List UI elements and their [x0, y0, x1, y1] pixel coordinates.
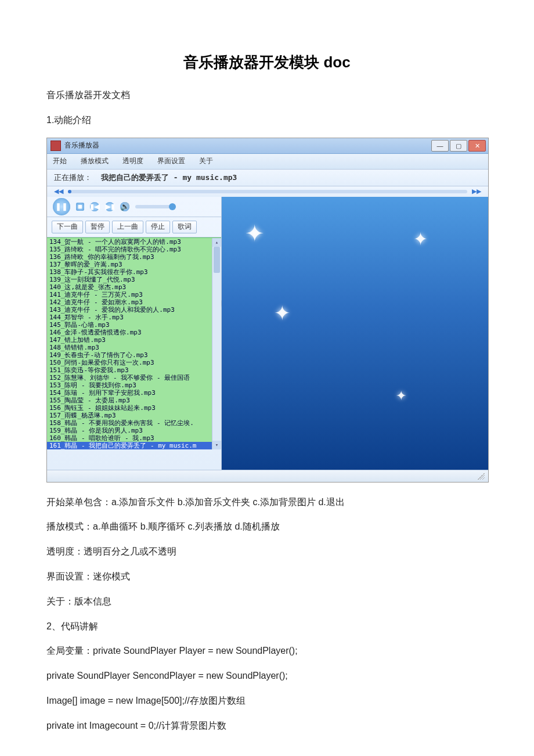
- prev-track-icon[interactable]: ▮◀: [90, 202, 99, 211]
- now-playing-row: 正在播放： 我把自己的爱弄丢了 - my music.mp3: [47, 170, 488, 186]
- next-song-button[interactable]: 下一曲: [52, 221, 83, 233]
- playlist-item[interactable]: 146_金泽-恨透爱情恨透你.mp3: [47, 329, 221, 336]
- sparkle-icon: ✦: [245, 220, 265, 247]
- playlist-item[interactable]: 141_迪克牛仔 - 三万英尺.mp3: [47, 291, 221, 298]
- playlist-item[interactable]: 156_陶钰玉 - 姐姐妹妹站起来.mp3: [47, 404, 221, 412]
- code-line: private SoundPlayer SencondPlayer = new …: [46, 668, 488, 685]
- pause-button[interactable]: 暂停: [85, 221, 110, 233]
- window-title: 音乐播放器: [64, 141, 99, 150]
- playlist-item[interactable]: 144_郑智华 - 水手.mp3: [47, 314, 221, 321]
- paragraph: 关于：版本信息: [46, 593, 488, 610]
- playlist-item[interactable]: 148_错错错.mp3: [47, 344, 221, 351]
- paragraph: 界面设置：迷你模式: [46, 568, 488, 585]
- playlist-item[interactable]: 159_韩晶 - 你是我的男人.mp3: [47, 427, 221, 434]
- now-playing-track: 我把自己的爱弄丢了 - my music.mp3: [101, 172, 237, 183]
- playlist-item[interactable]: 139_这一刻我懂了_代悦.mp3: [47, 276, 221, 283]
- code-line: 全局变量：private SoundPlayer Player = new So…: [46, 643, 488, 660]
- pause-icon[interactable]: ❚❚: [53, 198, 70, 215]
- scroll-down-icon[interactable]: ▾: [212, 441, 221, 449]
- playlist-item[interactable]: 157_雨蝶_杨丞琳.mp3: [47, 412, 221, 419]
- playlist-item[interactable]: 154_陈瑞 - 别用下辈子安慰我.mp3: [47, 389, 221, 397]
- section-2-heading: 2、代码讲解: [46, 618, 488, 635]
- maximize-button[interactable]: ▢: [450, 140, 467, 152]
- playlist-item[interactable]: 158_韩晶 - 不要用我的爱来伤害我 - 记忆尘埃.: [47, 419, 221, 427]
- playlist-item[interactable]: 155_陶晶莹 - 太委屈.mp3: [47, 397, 221, 404]
- close-button[interactable]: ✕: [468, 140, 486, 152]
- playlist-item[interactable]: 151_陈奕迅-等你爱我.mp3: [47, 366, 221, 374]
- background-image-panel: ✦ ✦ ✦ ✦: [222, 197, 488, 470]
- app-screenshot: www.bdocx.com 音乐播放器 — ▢ ✕ 开始 播放模式 透明度 界面…: [46, 138, 489, 483]
- app-icon: [50, 141, 61, 151]
- sparkle-icon: ✦: [274, 301, 290, 325]
- code-line: Image[] image = new Image[500];//存放图片数组: [46, 693, 488, 710]
- button-row: 下一曲 暂停 上一曲 停止 歌词: [47, 217, 221, 237]
- page-title: 音乐播放器开发模块 doc: [46, 52, 488, 73]
- sparkle-icon: ✦: [413, 229, 428, 249]
- volume-icon[interactable]: 🔊: [120, 202, 129, 211]
- menu-playmode[interactable]: 播放模式: [81, 156, 109, 166]
- window-titlebar: 音乐播放器 — ▢ ✕: [47, 138, 488, 154]
- resize-grip[interactable]: [478, 473, 485, 480]
- playlist-item[interactable]: 145_郭晶-心墙.mp3: [47, 321, 221, 329]
- menu-about[interactable]: 关于: [199, 156, 213, 166]
- stop-button[interactable]: 停止: [146, 221, 170, 233]
- lyrics-button[interactable]: 歌词: [172, 221, 197, 233]
- playlist-item[interactable]: 152_陈慧琳、刘德华 - 我不够爱你 - 最佳国语: [47, 374, 221, 381]
- menu-ui[interactable]: 界面设置: [157, 156, 185, 166]
- progress-row: ◀◀ ▶▶: [47, 186, 488, 197]
- playlist-item[interactable]: 142_迪克牛仔 - 爱如潮水.mp3: [47, 298, 221, 306]
- volume-slider[interactable]: [135, 205, 176, 208]
- playlist-item[interactable]: 160_韩晶 - 唱歌给谁听 - 我.mp3: [47, 434, 221, 442]
- paragraph: 透明度：透明百分之几或不透明: [46, 543, 488, 560]
- section-1-heading: 1.动能介绍: [46, 112, 488, 129]
- prev-song-button[interactable]: 上一曲: [112, 221, 143, 233]
- rewind-icon[interactable]: ◀◀: [54, 188, 63, 195]
- sparkle-icon: ✦: [396, 388, 406, 404]
- paragraph: 开始菜单包含：a.添加音乐文件 b.添加音乐文件夹 c.添加背景图片 d.退出: [46, 494, 488, 511]
- playlist-item[interactable]: 136_路绮欧_你的幸福刺伤了我.mp3: [47, 253, 221, 261]
- status-bar: [47, 470, 488, 482]
- controls-row: ❚❚ ■ ▮◀ ▶▮ 🔊: [47, 197, 221, 217]
- forward-icon[interactable]: ▶▶: [472, 188, 481, 195]
- now-playing-label: 正在播放：: [54, 172, 92, 183]
- menu-opacity[interactable]: 透明度: [122, 156, 143, 166]
- paragraph: 播放模式：a.单曲循环 b.顺序循环 c.列表播放 d.随机播放: [46, 519, 488, 535]
- scroll-thumb[interactable]: [214, 247, 220, 273]
- minimize-button[interactable]: —: [431, 140, 449, 152]
- playlist-item[interactable]: 134_贺一航 - 一个人的寂寞两个人的错.mp3: [47, 238, 221, 246]
- playlist[interactable]: 134_贺一航 - 一个人的寂寞两个人的错.mp3135_路绮欧 - 唱不完的情…: [47, 237, 221, 449]
- next-track-icon[interactable]: ▶▮: [105, 202, 114, 211]
- code-line: private int Imagecount = 0;//计算背景图片数: [46, 718, 488, 735]
- playlist-item[interactable]: 138_车静子-其实我很在乎你.mp3: [47, 268, 221, 276]
- playlist-item[interactable]: 153_陈明 - 我要找到你.mp3: [47, 381, 221, 389]
- playlist-item[interactable]: 149_长春虫子-动了情伤了心.mp3: [47, 351, 221, 359]
- playlist-item[interactable]: 150_阿悄-如果爱你只有这一次.mp3: [47, 359, 221, 366]
- playlist-item[interactable]: 143_迪克牛仔 - 爱我的人和我爱的人.mp3: [47, 306, 221, 314]
- playlist-item[interactable]: 147_错上加错.mp3: [47, 336, 221, 344]
- playlist-item[interactable]: 135_路绮欧 - 唱不完的情歌伤不完的心.mp3: [47, 246, 221, 253]
- stop-icon[interactable]: ■: [76, 203, 84, 211]
- menubar: 开始 播放模式 透明度 界面设置 关于: [47, 154, 488, 170]
- menu-start[interactable]: 开始: [53, 156, 67, 166]
- playlist-item[interactable]: 140_这,就是爱_张杰.mp3: [47, 283, 221, 291]
- playlist-scrollbar[interactable]: ▴ ▾: [212, 238, 221, 449]
- doc-subtitle: 音乐播放器开发文档: [46, 87, 488, 104]
- playlist-item[interactable]: 137_黎晖的爱_许嵩.mp3: [47, 261, 221, 268]
- scroll-up-icon[interactable]: ▴: [212, 238, 221, 247]
- playlist-item[interactable]: 161_韩晶 - 我把自己的爱弄丢了 - my music.m: [47, 442, 221, 449]
- progress-bar[interactable]: [68, 190, 467, 193]
